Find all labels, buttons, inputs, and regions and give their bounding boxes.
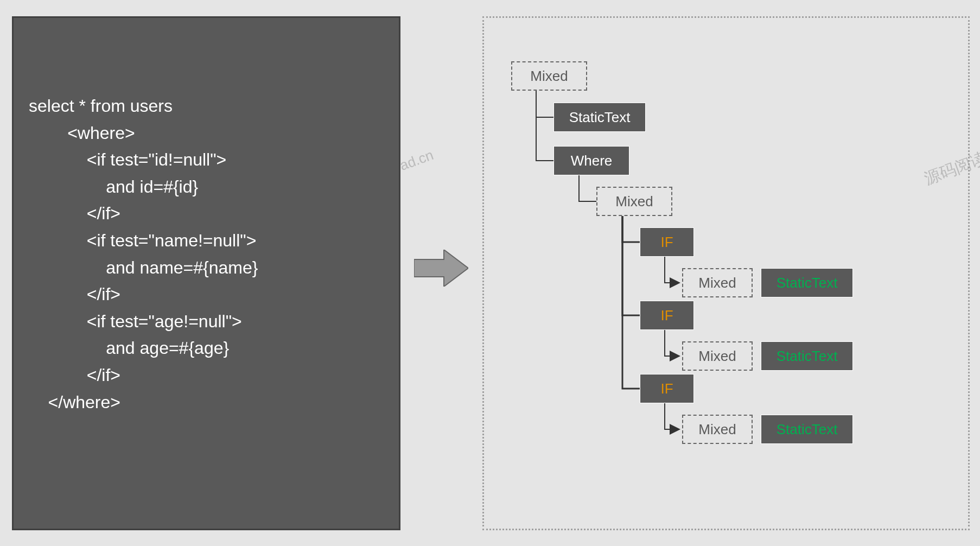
code-line-7: and name=#{name} (29, 258, 258, 277)
node-mixed-if1: Mixed (682, 268, 753, 297)
code-line-4: and id=#{id} (29, 177, 198, 196)
code-line-9: <if test="age!=null"> (29, 312, 242, 331)
node-where: Where (553, 146, 629, 175)
node-mixed-root: Mixed (511, 61, 587, 91)
code-line-6: <if test="name!=null"> (29, 231, 256, 250)
node-statictext-if1: StaticText (761, 268, 853, 297)
node-statictext-if2: StaticText (761, 341, 853, 371)
code-line-11: </if> (29, 365, 120, 385)
code-line-12: </where> (29, 392, 120, 412)
node-mixed-if3: Mixed (682, 415, 753, 444)
code-line-1: select * from users (29, 96, 173, 116)
node-if-1: IF (640, 227, 694, 257)
code-line-2: <where> (29, 123, 135, 143)
code-line-3: <if test="id!=null"> (29, 150, 226, 169)
svg-marker-0 (414, 250, 468, 287)
code-line-10: and age=#{age} (29, 338, 229, 358)
code-panel: select * from users <where> <if test="id… (12, 16, 400, 530)
node-mixed-where: Mixed (596, 187, 672, 216)
watermark-partial: ad.cn (398, 147, 436, 174)
node-mixed-if2: Mixed (682, 341, 753, 371)
code-line-8: </if> (29, 284, 120, 304)
node-statictext-root: StaticText (553, 103, 646, 132)
node-statictext-if3: StaticText (761, 415, 853, 444)
node-if-3: IF (640, 374, 694, 403)
arrow-icon (414, 250, 468, 287)
code-line-5: </if> (29, 204, 120, 223)
node-if-2: IF (640, 301, 694, 330)
tree-panel: Mixed StaticText Where Mixed IF Mixed St… (482, 16, 970, 530)
